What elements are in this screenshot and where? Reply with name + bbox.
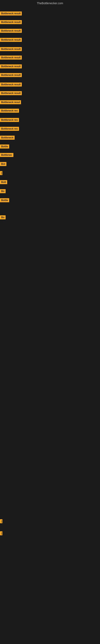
bottleneck-badge-15: Bottleneck [0,136,15,140]
bottleneck-badge-12: Bottleneck res [0,109,19,113]
site-title: TheBottlenecker.com [0,0,100,6]
bottleneck-badge-19: | [0,171,2,175]
bottleneck-badge-18: Bot [0,162,6,166]
bottleneck-badge-9: Bottleneck result [0,82,22,86]
bottleneck-badge-1: Bottleneck result [0,12,22,16]
bottleneck-badge-8: Bottleneck result [0,73,22,77]
bottleneck-badge-11: Bottleneck resul [0,100,21,104]
bottleneck-badge-10: Bottleneck result [0,91,22,95]
bottleneck-badge-20: Bott [0,180,7,184]
bottleneck-badge-7: Bottleneck result [0,64,22,68]
bottleneck-badge-24: | [0,519,2,523]
bottleneck-badge-5: Bottleneck result [0,47,22,51]
bottleneck-badge-6: Bottleneck result [0,56,22,60]
bottleneck-badge-25: | [0,531,2,535]
bottleneck-badge-23: Bo [0,215,6,219]
bottleneck-badge-16: Bottle [0,144,9,148]
bottleneck-badge-17: Bottlenec [0,153,13,157]
bottleneck-badge-13: Bottleneck res [0,118,19,122]
bottleneck-badge-2: Bottleneck result [0,20,22,24]
bottleneck-badge-4: Bottleneck result [0,38,22,42]
bottleneck-badge-21: Bo [0,189,6,193]
bottleneck-badge-22: Bottle [0,198,9,202]
bottleneck-badge-14: Bottleneck res [0,127,19,131]
bottleneck-badge-3: Bottleneck result [0,29,22,33]
